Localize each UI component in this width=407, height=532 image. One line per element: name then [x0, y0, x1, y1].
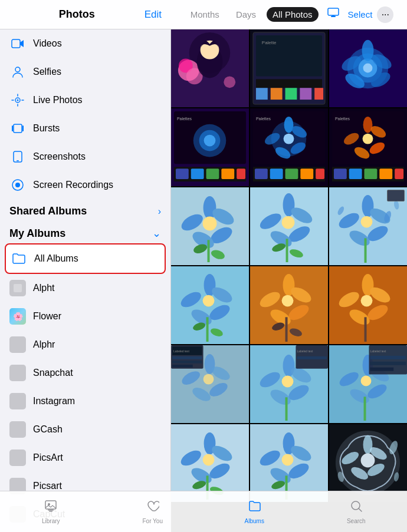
tab-all-photos[interactable]: All Photos	[267, 7, 319, 22]
sidebar-item-bursts-label: Bursts	[33, 123, 60, 134]
svg-rect-58	[237, 168, 245, 179]
edit-button[interactable]: Edit	[145, 9, 162, 21]
svg-rect-70	[255, 168, 268, 179]
svg-rect-180	[364, 396, 366, 421]
tab-days[interactable]: Days	[230, 7, 262, 22]
sidebar-item-picsart1[interactable]: PicsArt	[0, 444, 170, 472]
svg-rect-86	[349, 168, 362, 179]
photo-cell-12[interactable]	[329, 266, 407, 344]
bottom-tab-for-you[interactable]: For You	[102, 500, 204, 524]
sidebar-item-all-albums-label: All Albums	[34, 253, 78, 264]
tv-icon-button[interactable]	[323, 4, 343, 25]
photo-cell-6[interactable]: Palettes	[329, 108, 407, 186]
top-bar: Photos Edit Months Days All Photos Selec…	[0, 0, 407, 29]
svg-point-179	[361, 376, 372, 386]
svg-rect-88	[379, 168, 392, 179]
svg-rect-36	[314, 88, 323, 100]
tab-months[interactable]: Months	[185, 7, 225, 22]
my-albums-header[interactable]: My Albums ⌄	[0, 221, 170, 243]
sidebar-item-bursts[interactable]: Bursts	[0, 114, 170, 143]
svg-rect-138	[285, 317, 288, 342]
shared-albums-label: Shared Albums	[9, 205, 87, 217]
svg-rect-169	[285, 397, 288, 421]
svg-text:Labeled text: Labeled text	[370, 350, 386, 353]
sidebar-item-live-photos-label: Live Photos	[33, 95, 83, 105]
shared-albums-header[interactable]: Shared Albums ›	[0, 199, 170, 221]
sidebar-item-instagram[interactable]: Instagram	[0, 387, 170, 415]
svg-rect-185	[370, 368, 393, 371]
photo-grid: Palette	[171, 29, 407, 502]
bottom-tab-albums[interactable]: Albums	[204, 500, 306, 524]
photo-grid-area[interactable]: Palette	[171, 29, 407, 532]
photo-cell-5[interactable]: Palettes	[250, 108, 328, 186]
sidebar-item-selfies[interactable]: Selfies	[0, 58, 170, 86]
svg-point-168	[282, 376, 294, 388]
photo-cell-11[interactable]	[250, 266, 328, 344]
svg-rect-219	[49, 511, 52, 512]
svg-point-52	[204, 135, 216, 147]
sidebar-item-flower[interactable]: 🌸 Flower	[0, 302, 170, 331]
folder-icon	[11, 250, 27, 267]
sidebar-item-instagram-label: Instagram	[33, 396, 75, 407]
picsart1-thumb	[9, 450, 26, 466]
snapchat-thumb	[9, 365, 26, 381]
photo-cell-13[interactable]: Labeled text	[171, 345, 249, 423]
svg-rect-161	[172, 365, 193, 368]
svg-rect-12	[12, 125, 13, 131]
svg-point-155	[204, 374, 214, 385]
svg-rect-54	[176, 168, 189, 179]
photo-cell-9[interactable]	[329, 187, 407, 265]
photo-cell-7[interactable]	[171, 187, 249, 265]
sidebar-item-alpht[interactable]: Alpht	[0, 274, 170, 302]
photo-cell-10[interactable]	[171, 266, 249, 344]
sidebar-item-flower-label: Flower	[33, 311, 61, 322]
sidebar-item-alphr-label: Alphr	[33, 339, 55, 350]
svg-point-127	[203, 295, 215, 307]
library-icon	[44, 500, 57, 516]
sidebar-item-alpht-label: Alpht	[33, 283, 54, 293]
sidebar-item-alphr[interactable]: Alphr	[0, 331, 170, 359]
photo-cell-1[interactable]	[171, 29, 249, 107]
main-content: Videos Selfies	[0, 29, 407, 532]
sidebar-item-gcash[interactable]: GCash	[0, 415, 170, 444]
photo-cell-3[interactable]	[329, 29, 407, 107]
svg-rect-3	[12, 39, 20, 48]
sidebar-item-picsart2-label: Picsart	[33, 481, 62, 491]
sidebar-item-snapchat[interactable]: Snapchat	[0, 359, 170, 387]
sidebar-item-all-albums[interactable]: All Albums	[5, 243, 166, 274]
photo-cell-14[interactable]: Labeled text	[250, 345, 328, 423]
heart-icon	[146, 500, 159, 516]
sidebar-item-screen-recordings-label: Screen Recordings	[33, 180, 113, 190]
gcash-thumb	[9, 421, 26, 438]
svg-rect-184	[370, 362, 406, 365]
sidebar-item-screenshots[interactable]: Screenshots	[0, 143, 170, 171]
sidebar: Videos Selfies	[0, 29, 171, 532]
photo-cell-15[interactable]: Labeled text	[329, 345, 407, 423]
svg-rect-15	[17, 160, 19, 161]
svg-rect-128	[206, 317, 209, 342]
svg-point-137	[282, 295, 294, 307]
photo-cell-4[interactable]: Palettes	[171, 108, 249, 186]
svg-point-68	[284, 134, 294, 144]
bottom-tab-library[interactable]: Library	[0, 500, 102, 524]
sidebar-item-videos[interactable]: Videos	[0, 29, 170, 58]
svg-rect-218	[48, 510, 54, 511]
svg-point-202	[282, 454, 294, 466]
person-icon	[9, 64, 26, 80]
photo-cell-8[interactable]	[250, 187, 328, 265]
bottom-tab-bar: Library For You Albums Search	[0, 491, 407, 532]
sidebar-item-screen-recordings[interactable]: Screen Recordings	[0, 171, 170, 199]
more-button[interactable]: ···	[377, 6, 393, 23]
svg-rect-87	[365, 168, 378, 179]
sidebar-item-live-photos[interactable]: Live Photos	[0, 86, 170, 114]
screenrecording-icon	[9, 177, 26, 193]
sidebar-title: Photos	[9, 8, 145, 21]
svg-rect-74	[316, 168, 324, 179]
photo-cell-2[interactable]: Palette	[250, 29, 328, 107]
livephoto-icon	[9, 92, 26, 108]
select-button[interactable]: Select	[348, 9, 373, 19]
svg-rect-172	[297, 356, 327, 359]
bottom-tab-search[interactable]: Search	[306, 500, 408, 524]
svg-point-46	[363, 64, 373, 73]
svg-rect-35	[300, 88, 311, 100]
